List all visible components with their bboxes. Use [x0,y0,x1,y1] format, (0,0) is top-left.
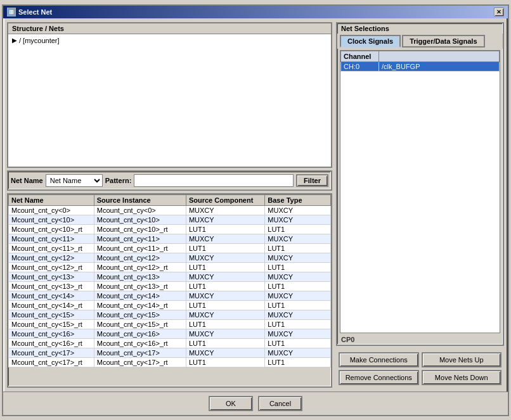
table-cell: Mcount_cnt_cy<12>_rt [9,262,94,272]
close-button[interactable]: ✕ [494,8,504,16]
table-row[interactable]: Mcount_cnt_cy<12>Mcount_cnt_cy<12>MUXCYM… [9,253,331,262]
structure-nets-header: Structure / Nets [8,23,331,34]
table-cell: LUT1 [186,300,264,310]
table-cell: LUT1 [265,224,331,234]
table-cell: Mcount_cnt_cy<14>_rt [9,300,94,310]
table-row[interactable]: Mcount_cnt_cy<17>Mcount_cnt_cy<17>MUXCYM… [9,348,331,357]
table-cell: MUXCY [265,234,331,243]
btn-row-2: Remove Connections Move Nets Down [339,370,501,385]
table-cell: LUT1 [186,224,264,234]
net-table-scroll[interactable]: Net Name Source Instance Source Componen… [8,194,331,386]
table-row[interactable]: Mcount_cnt_cy<16>_rtMcount_cnt_cy<16>_rt… [9,338,331,348]
filter-bar: Net Name Net Name Pattern: Filter [7,170,332,191]
table-cell: LUT1 [265,319,331,329]
move-nets-down-button[interactable]: Move Nets Down [422,370,502,385]
table-cell: MUXCY [186,310,264,319]
make-connections-button[interactable]: Make Connections [339,352,419,367]
table-cell: LUT1 [186,281,264,291]
table-cell: Mcount_cnt_cy<12> [94,253,186,262]
table-cell: MUXCY [265,310,331,319]
table-cell: Mcount_cnt_cy<11> [94,234,186,243]
table-cell: Mcount_cnt_cy<13> [94,272,186,281]
tree-item-label: / [mycounter] [19,37,60,44]
table-cell: MUXCY [186,234,264,243]
filter-button[interactable]: Filter [296,174,328,187]
table-row[interactable]: Mcount_cnt_cy<13>_rtMcount_cnt_cy<13>_rt… [9,281,331,291]
select-net-window: ⊞ Select Net ✕ Structure / Nets ▶ / [myc… [2,4,509,416]
remove-connections-button[interactable]: Remove Connections [339,370,419,385]
table-row[interactable]: Mcount_cnt_cy<17>_rtMcount_cnt_cy<17>_rt… [9,357,331,367]
structure-tree[interactable]: ▶ / [mycounter] [8,34,331,167]
signals-channel: CH:0 [341,61,379,71]
filter-pattern-input[interactable] [134,174,294,187]
table-row[interactable]: Mcount_cnt_cy<14>_rtMcount_cnt_cy<14>_rt… [9,300,331,310]
table-cell: Mcount_cnt_cy<14> [9,291,94,300]
table-cell: LUT1 [265,300,331,310]
table-cell: LUT1 [186,357,264,367]
table-cell: Mcount_cnt_cy<15>_rt [9,319,94,329]
table-cell: MUXCY [265,348,331,357]
table-cell: LUT1 [265,338,331,348]
window-title: Select Net [18,8,52,16]
col-source-component: Source Component [186,194,264,205]
tab-clock-signals[interactable]: Clock Signals [340,35,401,48]
table-cell: MUXCY [265,291,331,300]
table-cell: Mcount_cnt_cy<10>_rt [94,224,186,234]
window-content: Structure / Nets ▶ / [mycounter] Net Nam… [3,18,508,391]
filter-dropdown[interactable]: Net Name [46,174,103,187]
move-nets-up-button[interactable]: Move Nets Up [422,352,502,367]
structure-nets-box: Structure / Nets ▶ / [mycounter] [7,22,332,168]
table-row[interactable]: Mcount_cnt_cy<11>_rtMcount_cnt_cy<11>_rt… [9,243,331,253]
cancel-button[interactable]: Cancel [258,396,302,411]
table-cell: Mcount_cnt_cy<11> [9,234,94,243]
table-cell: Mcount_cnt_cy<11>_rt [94,243,186,253]
tree-item-mycounter[interactable]: ▶ / [mycounter] [10,35,330,46]
signals-col-value [379,51,500,61]
table-cell: LUT1 [186,338,264,348]
table-row[interactable]: Mcount_cnt_cy<12>_rtMcount_cnt_cy<12>_rt… [9,262,331,272]
table-cell: MUXCY [186,272,264,281]
table-cell: Mcount_cnt_cy<14>_rt [94,300,186,310]
table-cell: MUXCY [186,253,264,262]
bottom-bar: OK Cancel [3,391,508,415]
table-cell: Mcount_cnt_cy<16> [9,329,94,338]
signals-table-container: Channel CH:0/clk_BUFGP [340,50,500,333]
ok-button[interactable]: OK [209,396,253,411]
net-table-container: Net Name Source Instance Source Componen… [7,193,332,388]
tree-arrow: ▶ [12,37,17,44]
table-cell: Mcount_cnt_cy<10>_rt [9,224,94,234]
table-cell: MUXCY [265,272,331,281]
table-cell: MUXCY [265,329,331,338]
table-cell: LUT1 [186,262,264,272]
table-row[interactable]: Mcount_cnt_cy<11>Mcount_cnt_cy<11>MUXCYM… [9,234,331,243]
col-base-type: Base Type [265,194,331,205]
table-row[interactable]: Mcount_cnt_cy<15>_rtMcount_cnt_cy<15>_rt… [9,319,331,329]
table-cell: Mcount_cnt_cy<11>_rt [9,243,94,253]
signals-col-channel: Channel [341,51,379,61]
tab-trigger-data-signals[interactable]: Trigger/Data Signals [402,35,484,48]
table-cell: Mcount_cnt_cy<17> [94,348,186,357]
table-cell: Mcount_cnt_cy<0> [9,205,94,215]
table-row[interactable]: Mcount_cnt_cy<14>Mcount_cnt_cy<14>MUXCYM… [9,291,331,300]
signals-row[interactable]: CH:0/clk_BUFGP [341,61,500,71]
table-row[interactable]: Mcount_cnt_cy<0>Mcount_cnt_cy<0>MUXCYMUX… [9,205,331,215]
table-cell: Mcount_cnt_cy<10> [94,215,186,224]
table-cell: Mcount_cnt_cy<0> [94,205,186,215]
table-cell: MUXCY [186,348,264,357]
table-cell: MUXCY [186,329,264,338]
table-cell: MUXCY [265,205,331,215]
table-cell: Mcount_cnt_cy<16>_rt [94,338,186,348]
table-cell: LUT1 [265,243,331,253]
table-row[interactable]: Mcount_cnt_cy<10>_rtMcount_cnt_cy<10>_rt… [9,224,331,234]
table-cell: Mcount_cnt_cy<12> [9,253,94,262]
tabs-row: Clock Signals Trigger/Data Signals [337,34,503,49]
table-row[interactable]: Mcount_cnt_cy<15>Mcount_cnt_cy<15>MUXCYM… [9,310,331,319]
table-row[interactable]: Mcount_cnt_cy<10>Mcount_cnt_cy<10>MUXCYM… [9,215,331,224]
table-row[interactable]: Mcount_cnt_cy<16>Mcount_cnt_cy<16>MUXCYM… [9,329,331,338]
signals-table: Channel CH:0/clk_BUFGP [340,51,500,72]
col-net-name: Net Name [9,194,94,205]
window-icon: ⊞ [7,8,16,16]
table-cell: Mcount_cnt_cy<15> [94,310,186,319]
table-row[interactable]: Mcount_cnt_cy<13>Mcount_cnt_cy<13>MUXCYM… [9,272,331,281]
left-panel: Structure / Nets ▶ / [mycounter] Net Nam… [7,22,332,388]
